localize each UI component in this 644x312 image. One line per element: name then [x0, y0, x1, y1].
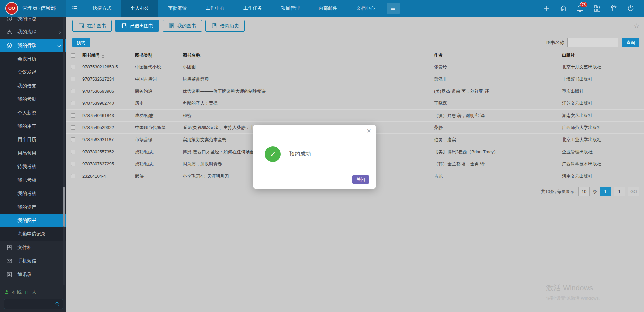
cell-category: 中国古诗词	[135, 76, 183, 82]
reserve-button[interactable]: 预约	[72, 38, 90, 47]
sidebar-item-用品领用[interactable]: 用品领用	[0, 147, 66, 160]
nav-item-工作任务[interactable]: 工作任务	[234, 0, 272, 17]
table-row[interactable]: 9787539962740历史卑鄙的圣人：曹操王晓磊江苏文艺出版社	[66, 97, 644, 110]
cell-name: 卑鄙的圣人：曹操	[183, 100, 434, 106]
sidebar-item-个人薪资[interactable]: 个人薪资	[0, 106, 66, 120]
book-icon	[211, 23, 217, 29]
sidebar-item-label: 我的借支	[17, 83, 36, 89]
row-checkbox[interactable]	[71, 150, 75, 154]
sidebar-item-我的资产[interactable]: 我的资产	[0, 200, 66, 214]
cell-category: 中国当代小说	[135, 64, 183, 70]
cell-id: 9787802557352	[82, 149, 135, 154]
table-row[interactable]: 9787536693906商务沟通优势谈判———位王牌谈判大师的制胜秘诀(美)罗…	[66, 85, 644, 97]
favorite-star-icon[interactable]: ☆	[634, 22, 639, 30]
cell-publisher: 北京工业大学出版社	[562, 137, 644, 143]
sidebar-item-label: 个人薪资	[17, 110, 36, 116]
sidebar-item-label: 用品领用	[17, 150, 36, 156]
sort-icon[interactable]	[102, 55, 104, 59]
sidebar-item-我已考核[interactable]: 我已考核	[0, 174, 66, 187]
sidebar-item-待我考核[interactable]: 待我考核	[0, 160, 66, 174]
tab-借阅历史[interactable]: 借阅历史	[205, 20, 245, 32]
dialog-close-button[interactable]: 关闭	[352, 175, 369, 184]
sidebar-item-我的考勤[interactable]: 我的考勤	[0, 93, 66, 106]
apps-icon[interactable]	[593, 4, 601, 12]
nav-item-文档中心[interactable]: 文档中心	[347, 0, 385, 17]
row-checkbox[interactable]	[71, 101, 75, 105]
table-row[interactable]: 9787530212653-5中国当代小说小团圆张爱玲北京十月文艺出版社	[66, 61, 644, 73]
watermark-title: 激活 Windows	[546, 283, 603, 293]
nav-item-工作中心[interactable]: 工作中心	[196, 0, 234, 17]
current-page-button[interactable]: 1	[600, 187, 611, 196]
nav-item-个人办公[interactable]: 个人办公	[121, 0, 158, 17]
chevron-right-icon	[58, 30, 61, 34]
sidebar-item-我的用车[interactable]: 我的用车	[0, 120, 66, 133]
sidebar-search-input[interactable]	[7, 302, 55, 307]
table-row[interactable]: 9787532617234中国古诗词唐诗鉴赏辞典萧涤非上海辞书出版社	[66, 73, 644, 85]
select-all-checkbox[interactable]	[71, 53, 75, 58]
table-row[interactable]: 9787540461843成功/励志秘密（澳）拜恩 著，谢明宪 译湖南文艺出版社	[66, 110, 644, 122]
table-header: 图书编号 图书类别 图书名称 作者 出版社	[66, 50, 644, 61]
row-checkbox[interactable]	[71, 89, 75, 93]
sidebar-item-手机短信[interactable]: 手机短信	[0, 254, 66, 268]
sidebar-item-用车日历[interactable]: 用车日历	[0, 133, 66, 147]
home-icon[interactable]	[559, 4, 567, 12]
sidebar-item-文件柜[interactable]: 文件柜	[0, 241, 66, 254]
sidebar-item-我的借支[interactable]: 我的借支	[0, 79, 66, 93]
cell-category: 成功/励志	[135, 113, 183, 119]
row-checkbox[interactable]	[71, 174, 75, 178]
tab-label: 借阅历史	[220, 23, 239, 29]
sidebar-item-label: 我的用车	[17, 123, 36, 129]
cell-author: 古龙	[434, 173, 562, 179]
search-icon[interactable]	[55, 301, 60, 307]
bell-icon[interactable]: 73	[576, 4, 584, 12]
sidebar-item-我的信息[interactable]: 我的信息	[0, 17, 66, 25]
sidebar-item-会议发起[interactable]: 会议发起	[0, 66, 66, 79]
page-size-box[interactable]: 10	[578, 187, 590, 196]
menu-collapse-button[interactable]	[66, 0, 83, 17]
sidebar-item-我的图书[interactable]: 我的图书	[0, 214, 66, 227]
nav-item-内部邮件[interactable]: 内部邮件	[309, 0, 347, 17]
tab-我的图书[interactable]: 我的图书	[163, 20, 202, 32]
sidebar-item-我的考核[interactable]: 我的考核	[0, 187, 66, 200]
sidebar-item-label: 会议日历	[17, 56, 36, 62]
row-checkbox[interactable]	[71, 65, 75, 69]
sidebar-scrollbar[interactable]	[63, 17, 65, 285]
go-button[interactable]: GO	[628, 187, 639, 196]
nav-item-快捷方式[interactable]: 快捷方式	[83, 0, 121, 17]
row-checkbox[interactable]	[71, 113, 75, 118]
sidebar-item-考勤申请记录[interactable]: 考勤申请记录	[0, 227, 66, 241]
nav-item-项目管理[interactable]: 项目管理	[272, 0, 309, 17]
cell-id: 9787530212653-5	[82, 64, 135, 69]
cell-publisher: 上海辞书出版社	[562, 76, 644, 82]
more-menus-button[interactable]	[387, 3, 400, 14]
tab-已借出图书[interactable]: 已借出图书	[115, 20, 159, 32]
cell-publisher: 重庆出版社	[562, 88, 644, 94]
sidebar-item-我的流程[interactable]: 我的流程	[0, 25, 66, 39]
row-checkbox[interactable]	[71, 77, 75, 81]
page-input-box[interactable]: 1	[614, 187, 625, 196]
tab-在库图书[interactable]: 在库图书	[72, 20, 112, 32]
plus-icon[interactable]	[542, 4, 550, 12]
sidebar-footer: 在线 11 人	[0, 286, 66, 312]
cell-author: （韩）金兰都 著，金勇 译	[434, 161, 562, 167]
nav-item-审批流转[interactable]: 审批流转	[158, 0, 196, 17]
book-name-label: 图书名称	[546, 40, 564, 46]
power-icon[interactable]	[627, 4, 635, 12]
current-user: 管理员 -信息部	[22, 5, 56, 11]
sidebar-item-label: 会议发起	[17, 69, 36, 75]
col-name: 图书名称	[183, 52, 434, 58]
row-checkbox[interactable]	[71, 125, 75, 130]
search-button[interactable]: 查询	[622, 38, 639, 47]
sidebar-item-通讯录[interactable]: 通讯录	[0, 268, 66, 281]
sidebar-item-我的行政[interactable]: 我的行政	[0, 39, 66, 52]
close-icon[interactable]: ×	[367, 127, 371, 135]
cell-id: 9787807637295	[82, 161, 135, 166]
book-name-input[interactable]	[567, 38, 618, 47]
row-checkbox[interactable]	[71, 162, 75, 166]
scrollbar-thumb[interactable]	[63, 187, 65, 227]
success-dialog: × ✓ 预约成功 关闭	[253, 125, 376, 189]
cell-id: 9787539962740	[82, 101, 135, 106]
sidebar-item-会议日历[interactable]: 会议日历	[0, 52, 66, 66]
row-checkbox[interactable]	[71, 137, 75, 142]
theme-icon[interactable]	[610, 4, 618, 12]
